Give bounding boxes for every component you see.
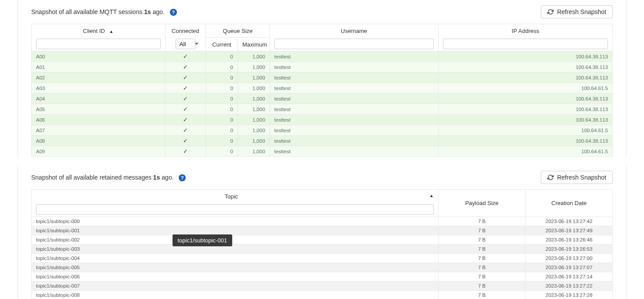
cell-ip: 100.64.38.113 (438, 94, 612, 104)
cell-current: 0 (206, 51, 238, 62)
cell-username: testtest (270, 51, 438, 62)
sort-asc-icon: ▲ (109, 29, 114, 34)
retained-panel: Snapshot of all available retained messa… (18, 166, 626, 299)
cell-client-id: A09 (32, 146, 165, 157)
table-row[interactable]: A08✓01,000testtest100.64.38.113 (32, 136, 613, 146)
table-row[interactable]: topic1/subtopic-0087 B2023-06-19 13:27:2… (32, 291, 613, 299)
cell-topic: topic1/subtopic-007 (32, 281, 439, 291)
check-icon: ✓ (183, 137, 188, 144)
cell-connected: ✓ (165, 115, 206, 125)
cell-payload-size: 7 B (438, 245, 525, 254)
table-row[interactable]: A06✓01,000testtest100.64.38.113 (32, 115, 613, 125)
col-creation-date[interactable]: Creation Date (525, 190, 613, 217)
col-payload-size[interactable]: Payload Size (438, 190, 525, 217)
check-icon: ✓ (183, 106, 188, 112)
cell-connected: ✓ (165, 51, 206, 62)
table-row[interactable]: A04✓01,000testtest100.64.38.113 (32, 94, 613, 104)
table-row[interactable]: A09✓01,000testtest100.64.61.5 (32, 146, 613, 157)
maximum-label: Maximum (242, 41, 267, 48)
cell-ip: 100.64.38.113 (438, 104, 612, 115)
cell-maximum: 1,000 (238, 83, 270, 94)
cell-client-id: A07 (32, 125, 165, 136)
cell-creation-date: 2023-06-19 13:27:07 (525, 263, 613, 272)
cell-topic: topic1/subtopic-001 (32, 226, 439, 235)
table-row[interactable]: A02✓01,000testtest100.64.38.113 (32, 72, 613, 83)
sessions-panel-header: Snapshot of all available MQTT sessions … (31, 5, 613, 18)
table-row[interactable]: topic1/subtopic-0037 B2023-06-19 13:26:5… (32, 245, 613, 254)
payload-size-label: Payload Size (465, 200, 499, 206)
col-topic[interactable]: Topic ▲ (32, 190, 439, 217)
table-row[interactable]: A00✓01,000testtest100.64.38.113 (32, 51, 613, 62)
table-row[interactable]: topic1/subtopic-0067 B2023-06-19 13:27:1… (32, 272, 613, 281)
cell-creation-date: 2023-06-19 13:26:53 (525, 245, 613, 254)
col-connected[interactable]: Connected All (165, 24, 206, 51)
table-row[interactable]: topic1/subtopic-0077 B2023-06-19 13:27:2… (32, 281, 613, 291)
client-id-filter-input[interactable] (36, 39, 161, 49)
col-queue-size[interactable]: Queue Size (206, 24, 270, 38)
cell-client-id: A04 (32, 94, 165, 104)
table-row[interactable]: topic1/subtopic-0007 B2023-06-19 13:27:4… (32, 217, 613, 226)
cell-client-id: A03 (32, 83, 165, 94)
cell-client-id: A00 (32, 51, 165, 62)
cell-connected: ✓ (165, 94, 206, 104)
cell-maximum: 1,000 (238, 146, 270, 157)
cell-ip: 100.64.38.113 (438, 136, 612, 146)
refresh-icon (547, 9, 554, 15)
sort-asc-icon: ▲ (429, 193, 434, 198)
col-client-id[interactable]: Client ID ▲ (32, 24, 165, 51)
table-row[interactable]: topic1/subtopic-0017 B2023-06-19 13:27:4… (32, 226, 613, 235)
cell-ip: 100.64.61.5 (438, 146, 612, 157)
username-filter-input[interactable] (274, 39, 434, 49)
check-icon: ✓ (183, 53, 188, 60)
client-id-label: Client ID (83, 28, 105, 34)
ip-filter-input[interactable] (443, 39, 608, 49)
table-row[interactable]: topic1/subtopic-0057 B2023-06-19 13:27:0… (32, 263, 613, 272)
cell-username: testtest (270, 104, 438, 115)
refresh-label: Refresh Snapshot (557, 8, 606, 15)
creation-date-label: Creation Date (551, 200, 586, 206)
table-row[interactable]: A01✓01,000testtest100.64.38.113 (32, 62, 613, 72)
col-maximum[interactable]: Maximum (238, 38, 270, 51)
cell-creation-date: 2023-06-19 13:27:00 (525, 254, 613, 263)
table-row[interactable]: topic1/subtopic-0027 B2023-06-19 13:26:4… (32, 235, 613, 245)
username-label: Username (274, 26, 434, 36)
col-current[interactable]: Current (206, 38, 238, 51)
retained-age: 1s (153, 174, 160, 181)
connected-label: Connected (170, 26, 201, 36)
cell-current: 0 (206, 83, 238, 94)
cell-topic: topic1/subtopic-000 (32, 217, 439, 226)
refresh-label: Refresh Snapshot (557, 174, 606, 181)
check-icon: ✓ (183, 74, 188, 81)
cell-maximum: 1,000 (238, 125, 270, 136)
col-ip[interactable]: IP Address (438, 24, 612, 51)
sessions-text-prefix: Snapshot of all available MQTT sessions (31, 8, 144, 15)
col-username[interactable]: Username (270, 24, 438, 51)
table-row[interactable]: A07✓01,000testtest100.64.61.5 (32, 125, 613, 136)
cell-current: 0 (206, 104, 238, 115)
cell-payload-size: 7 B (438, 226, 525, 235)
cell-connected: ✓ (165, 125, 206, 136)
cell-maximum: 1,000 (238, 94, 270, 104)
cell-username: testtest (270, 115, 438, 125)
help-icon[interactable]: ? (170, 9, 177, 16)
cell-creation-date: 2023-06-19 13:27:49 (525, 226, 613, 235)
table-row[interactable]: A03✓01,000testtest100.64.61.5 (32, 83, 613, 94)
help-icon[interactable]: ? (179, 174, 186, 181)
cell-connected: ✓ (165, 104, 206, 115)
topic-filter-input[interactable] (36, 204, 434, 215)
topic-label: Topic (225, 193, 238, 200)
cell-username: testtest (270, 146, 438, 157)
table-row[interactable]: A05✓01,000testtest100.64.38.113 (32, 104, 613, 115)
connected-filter-select[interactable]: All (176, 39, 195, 49)
cell-maximum: 1,000 (238, 72, 270, 83)
cell-payload-size: 7 B (438, 235, 525, 245)
cell-maximum: 1,000 (238, 62, 270, 72)
cell-maximum: 1,000 (238, 51, 270, 62)
cell-payload-size: 7 B (438, 272, 525, 281)
refresh-snapshot-button[interactable]: Refresh Snapshot (541, 5, 613, 18)
table-row[interactable]: topic1/subtopic-0047 B2023-06-19 13:27:0… (32, 254, 613, 263)
cell-payload-size: 7 B (438, 291, 525, 299)
sessions-snapshot-text: Snapshot of all available MQTT sessions … (31, 8, 177, 16)
refresh-snapshot-button[interactable]: Refresh Snapshot (541, 171, 613, 184)
refresh-icon (547, 174, 554, 180)
